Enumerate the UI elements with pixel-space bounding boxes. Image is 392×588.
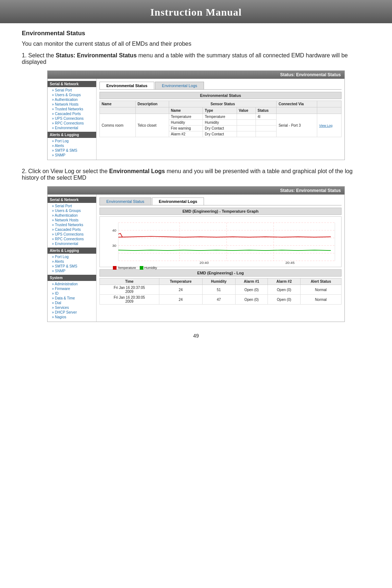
table-row: Comms room Telco closet Temperature Temp…	[100, 114, 342, 120]
screenshot2-sidebar: Serial & Network » Serial Port » Users &…	[48, 195, 97, 322]
sidebar1-item-port-log[interactable]: » Port Log	[48, 139, 96, 143]
screenshot1-tab-bar: Environmental Status Environmental Logs	[99, 82, 342, 90]
screenshot1-box: Status: Environmental Status Serial & Ne…	[47, 70, 345, 160]
sidebar1-item-smtp[interactable]: » SMTP & SMS	[48, 148, 96, 153]
legend-humidity-label: Humidity	[144, 266, 157, 270]
svg-text:30: 30	[112, 244, 117, 248]
tab-env-logs[interactable]: Environmental Logs	[155, 82, 204, 89]
col-sensor-status-sub: Status	[256, 107, 277, 114]
screenshot2-body: Serial & Network » Serial Port » Users &…	[48, 195, 344, 322]
screenshot1-body: Serial & Network » Serial Port » Users &…	[48, 79, 344, 160]
legend-temperature: Temperature	[113, 266, 136, 270]
sidebar2-item-datetime[interactable]: » Data & Time	[48, 296, 96, 301]
cell-sensor-value-2	[237, 120, 256, 126]
sidebar2-group2-title: Alerts & Logging	[48, 248, 96, 254]
sidebar2-item-dial[interactable]: » Dial	[48, 301, 96, 305]
cell-description: Telco closet	[135, 114, 169, 137]
svg-text:40: 40	[112, 228, 117, 232]
col-name: Name	[100, 101, 136, 107]
cell-sensor-status-4	[256, 131, 277, 137]
sidebar2-item-environmental[interactable]: » Environmental	[48, 241, 96, 246]
svg-text:20:40: 20:40	[200, 261, 209, 265]
tab2-env-logs[interactable]: Environmental Logs	[152, 197, 204, 205]
intro-text: You can monitor the current status of al…	[22, 41, 370, 47]
view-log-button[interactable]: View Log	[319, 124, 332, 127]
screenshot2-tab-bar: Environmental Status Environmental Logs	[99, 197, 342, 205]
sidebar2-item-smtp[interactable]: » SMTP & SMS	[48, 264, 96, 269]
sidebar2-item-auth[interactable]: » Authentication	[48, 213, 96, 218]
log-table: Time Temperature Humidity Alarm #1 Alarm…	[99, 278, 342, 305]
sidebar1-item-trusted-networks[interactable]: » Trusted Networks	[48, 107, 96, 111]
sidebar1-item-auth[interactable]: » Authentication	[48, 97, 96, 102]
sidebar2-item-trusted-networks[interactable]: » Trusted Networks	[48, 222, 96, 227]
col-vl-empty	[317, 107, 342, 114]
log-alarm2-2: Open (0)	[268, 295, 301, 305]
cell-connected-via: Serial - Port 3	[277, 114, 317, 137]
sidebar2-item-dhcp[interactable]: » DHCP Server	[48, 310, 96, 315]
cell-view-log[interactable]: View Log	[317, 114, 342, 137]
screenshot1-main: Environmental Status Environmental Logs …	[97, 79, 344, 160]
sidebar2-item-rpc[interactable]: » RPC Connections	[48, 237, 96, 241]
sidebar1-item-alerts[interactable]: » Alerts	[48, 143, 96, 148]
log-alertstatus-1: Normal	[300, 285, 341, 295]
temperature-chart-svg: 40 30 20:40 20:45	[102, 219, 339, 265]
page-title: Instruction Manual	[0, 7, 392, 18]
sidebar1-item-ups[interactable]: » UPS Connections	[48, 116, 96, 121]
legend-temp-label: Temperature	[118, 266, 136, 270]
log-time-1: Fri Jan 16 20:37:052009	[100, 285, 159, 295]
cell-sensor-status-1: 4l	[256, 114, 277, 120]
sidebar2-item-port-log[interactable]: » Port Log	[48, 254, 96, 259]
cell-sensor-status-2	[256, 120, 277, 126]
step2-bold1: Environmental Logs	[109, 168, 165, 174]
log-temp-1: 24	[159, 285, 202, 295]
tab-env-status[interactable]: Environmental Status	[99, 82, 154, 89]
log-row-1: Fri Jan 16 20:37:052009 24 51 Open (0) O…	[100, 285, 342, 295]
log-alarm2-1: Open (0)	[268, 285, 301, 295]
log-col-alarm1: Alarm #1	[235, 278, 268, 285]
log-time-2: Fri Jan 16 20:30:052009	[100, 295, 159, 305]
step2-text: 2. Click on View Log or select the Envir…	[22, 168, 370, 181]
sidebar1-item-network-hosts[interactable]: » Network Hosts	[48, 102, 96, 107]
cell-sensor-value-3	[237, 126, 256, 131]
cell-sensor-type-2: Humidity	[203, 120, 237, 126]
sidebar2-item-admin[interactable]: » Administration	[48, 282, 96, 286]
step1-bold1: Status: Environmental Status	[56, 52, 136, 58]
sidebar1-item-snmp[interactable]: » SNMP	[48, 153, 96, 158]
sidebar2-item-serial-port[interactable]: » Serial Port	[48, 204, 96, 208]
cell-sensor-value-4	[237, 131, 256, 137]
sidebar2-item-network-hosts[interactable]: » Network Hosts	[48, 218, 96, 222]
cell-sensor-name-1: Temperature	[169, 114, 203, 120]
cell-sensor-type-1: Temperature	[203, 114, 237, 120]
screenshot1-titlebar: Status: Environmental Status	[48, 71, 344, 79]
cell-sensor-value-1	[237, 114, 256, 120]
sidebar1-item-environmental[interactable]: » Environmental	[48, 126, 96, 130]
log-col-alert-status: Alert Status	[300, 278, 341, 285]
col-sensor-value: Value	[237, 107, 256, 114]
sidebar2-item-alerts[interactable]: » Alerts	[48, 259, 96, 264]
cell-sensor-type-4: Dry Contact	[203, 131, 237, 137]
log-humidity-2: 47	[202, 295, 235, 305]
log-alarm1-1: Open (0)	[235, 285, 268, 295]
sidebar1-item-rpc[interactable]: » RPC Connections	[48, 121, 96, 126]
sidebar2-item-services[interactable]: » Services	[48, 305, 96, 310]
chart-legend: Temperature Humidity	[102, 266, 339, 270]
col-description: Description	[135, 101, 169, 107]
log-col-alarm2: Alarm #2	[268, 278, 301, 285]
tab2-env-status[interactable]: Environmental Status	[99, 197, 151, 205]
legend-temp-color	[113, 266, 117, 270]
sidebar2-item-ups[interactable]: » UPS Connections	[48, 232, 96, 237]
sidebar1-item-users[interactable]: » Users & Groups	[48, 93, 96, 97]
sidebar2-item-id[interactable]: » ID	[48, 291, 96, 296]
col-sensor-type: Type	[203, 107, 237, 114]
sidebar2-item-users[interactable]: » Users & Groups	[48, 208, 96, 213]
sidebar1-item-serial-port[interactable]: » Serial Port	[48, 88, 96, 93]
sidebar2-item-cascaded-ports[interactable]: » Cascaded Ports	[48, 227, 96, 232]
col-connected-via: Connected Via	[277, 101, 317, 107]
sidebar1-item-cascaded-ports[interactable]: » Cascaded Ports	[48, 111, 96, 116]
log-col-temp: Temperature	[159, 278, 202, 285]
sidebar2-item-nagios[interactable]: » Nagios	[48, 315, 96, 319]
log-alertstatus-2: Normal	[300, 295, 341, 305]
sidebar2-item-firmware[interactable]: » Firmware	[48, 286, 96, 291]
cell-sensor-status-3	[256, 126, 277, 131]
sidebar2-item-snmp[interactable]: » SNMP	[48, 269, 96, 273]
